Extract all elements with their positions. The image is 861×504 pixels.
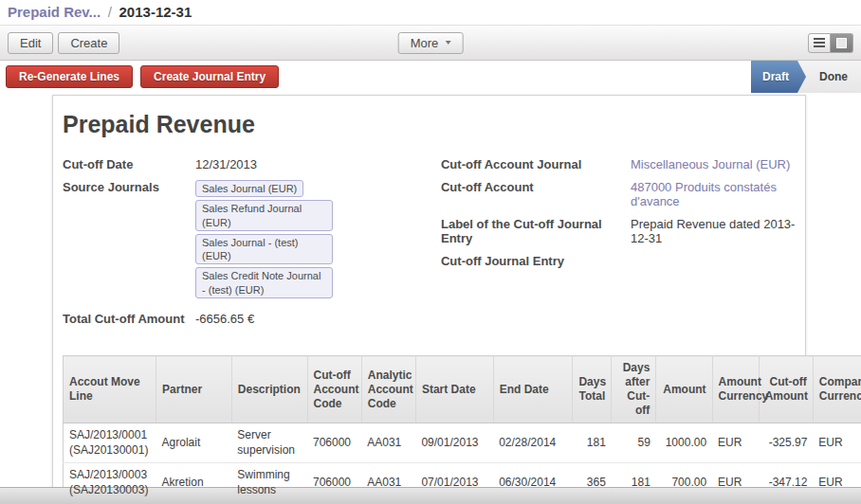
cutoff-date-label: Cut-off Date <box>63 157 195 171</box>
field-entry-label: Label of the Cut-off Journal Entry Prepa… <box>441 217 796 245</box>
app-window: Prepaid Rev... / 2013-12-31 Edit Create … <box>0 0 861 504</box>
journal-tag[interactable]: Sales Journal - (test) (EUR) <box>195 234 333 265</box>
field-cutoff-account-journal: Cut-off Account Journal Miscellaneous Jo… <box>441 157 796 171</box>
cutoff-account-journal-label: Cut-off Account Journal <box>441 157 631 171</box>
create-journal-entry-button[interactable]: Create Journal Entry <box>140 65 279 88</box>
column-header-days-after[interactable]: Days after Cut-off <box>612 356 656 423</box>
main-content: Prepaid Revenue Cut-off Date 12/31/2013 … <box>0 95 861 487</box>
status-step-done[interactable]: Done <box>806 61 861 93</box>
cell-end-date[interactable]: 02/28/2014 <box>493 423 573 463</box>
breadcrumb-current: 2013-12-31 <box>119 4 192 20</box>
breadcrumb-separator: / <box>108 4 112 20</box>
column-header-description[interactable]: Description <box>231 356 307 423</box>
cutoff-lines-table: Accout Move Line Partner Description Cut… <box>63 355 861 504</box>
table-header-row: Accout Move Line Partner Description Cut… <box>64 356 861 423</box>
more-button-label: More <box>411 36 439 50</box>
field-group-left: Cut-off Date 12/31/2013 Source Journals … <box>63 157 441 334</box>
field-cutoff-account: Cut-off Account 487000 Produits constaté… <box>441 180 796 208</box>
cutoff-date-value: 12/31/2013 <box>195 157 441 171</box>
cell-partner[interactable]: Agrolait <box>156 423 232 463</box>
create-button[interactable]: Create <box>58 32 119 54</box>
entry-label-label: Label of the Cut-off Journal Entry <box>441 217 631 245</box>
cutoff-account-journal-link[interactable]: Miscellaneous Journal (EUR) <box>631 157 796 171</box>
action-bar: Re-Generate Lines Create Journal Entry D… <box>0 61 861 93</box>
page-title: Prepaid Revenue <box>63 111 796 138</box>
list-view-button[interactable] <box>808 33 831 53</box>
form-view-button[interactable] <box>831 33 853 53</box>
source-journals-label: Source Journals <box>63 180 195 298</box>
chevron-down-icon <box>445 41 450 45</box>
cell-amount-currency[interactable]: EUR <box>712 423 759 463</box>
breadcrumb: Prepaid Rev... / 2013-12-31 <box>0 0 861 25</box>
table-row[interactable]: SAJ/2013/0001 (SAJ20130001) Agrolait Ser… <box>64 423 861 463</box>
edit-button[interactable]: Edit <box>8 32 53 54</box>
cell-move-line[interactable]: SAJ/2013/0001 (SAJ20130001) <box>64 423 156 463</box>
column-header-company-currency[interactable]: Company Currency <box>813 356 861 423</box>
field-groups: Cut-off Date 12/31/2013 Source Journals … <box>63 157 796 334</box>
more-dropdown: More <box>398 32 464 54</box>
regenerate-lines-button[interactable]: Re-Generate Lines <box>6 65 133 88</box>
cell-description[interactable]: Server supervision <box>231 423 307 463</box>
column-header-days-total[interactable]: Days Total <box>573 356 612 423</box>
column-header-cutoff-amount[interactable]: Cut-off Amount <box>759 356 813 423</box>
cell-days-after[interactable]: 59 <box>612 423 656 463</box>
field-source-journals: Source Journals Sales Journal (EUR) Sale… <box>63 180 441 298</box>
column-header-end-date[interactable]: End Date <box>493 356 573 423</box>
form-view-icon <box>836 38 847 48</box>
column-header-amount[interactable]: Amount <box>656 356 712 423</box>
cell-analytic-code[interactable]: AA031 <box>361 423 415 463</box>
cutoff-journal-entry-label: Cut-off Journal Entry <box>441 254 631 268</box>
status-step-draft[interactable]: Draft <box>751 61 806 93</box>
column-header-amount-currency[interactable]: Amount Currency <box>712 356 759 423</box>
field-total-cutoff-amount: Total Cut-off Amount -6656.65 € <box>63 312 441 326</box>
cutoff-account-label: Cut-off Account <box>441 180 631 208</box>
view-switcher <box>808 33 853 53</box>
field-cutoff-date: Cut-off Date 12/31/2013 <box>63 157 441 171</box>
total-cutoff-amount-label: Total Cut-off Amount <box>63 312 195 326</box>
cell-account-code[interactable]: 706000 <box>307 423 361 463</box>
cell-company-currency[interactable]: EUR <box>813 423 861 463</box>
cell-amount[interactable]: 1000.00 <box>656 423 712 463</box>
form-sheet: Prepaid Revenue Cut-off Date 12/31/2013 … <box>52 95 806 504</box>
journal-tag[interactable]: Sales Journal (EUR) <box>195 180 303 197</box>
more-button[interactable]: More <box>398 32 464 54</box>
cell-cutoff-amount[interactable]: -325.97 <box>759 423 813 463</box>
source-journals-tags: Sales Journal (EUR) Sales Refund Journal… <box>195 180 441 298</box>
cell-move-line[interactable]: SAJ/2013/0003 (SAJ20130003) <box>64 463 156 503</box>
entry-label-value: Prepaid Revenue dated 2013-12-31 <box>631 217 796 245</box>
breadcrumb-parent[interactable]: Prepaid Rev... <box>8 4 101 20</box>
cell-start-date[interactable]: 09/01/2013 <box>415 423 493 463</box>
column-header-account-code[interactable]: Cut-off Account Code <box>307 356 361 423</box>
journal-tag[interactable]: Sales Refund Journal (EUR) <box>195 200 333 231</box>
control-toolbar: Edit Create More <box>0 25 861 61</box>
column-header-move-line[interactable]: Accout Move Line <box>64 356 156 423</box>
journal-tag[interactable]: Sales Credit Note Journal - (test) (EUR) <box>195 267 333 298</box>
column-header-analytic-code[interactable]: Analytic Account Code <box>361 356 415 423</box>
column-header-start-date[interactable]: Start Date <box>415 356 493 423</box>
field-cutoff-journal-entry: Cut-off Journal Entry <box>441 254 796 268</box>
total-cutoff-amount-value: -6656.65 € <box>195 312 441 326</box>
cell-days-total[interactable]: 181 <box>573 423 612 463</box>
column-header-partner[interactable]: Partner <box>156 356 232 423</box>
list-view-icon <box>814 38 825 47</box>
cutoff-journal-entry-value <box>631 254 796 268</box>
statusbar: Draft Done <box>751 61 861 93</box>
field-group-right: Cut-off Account Journal Miscellaneous Jo… <box>441 157 796 334</box>
cutoff-account-link[interactable]: 487000 Produits constatés d'avance <box>631 180 796 208</box>
